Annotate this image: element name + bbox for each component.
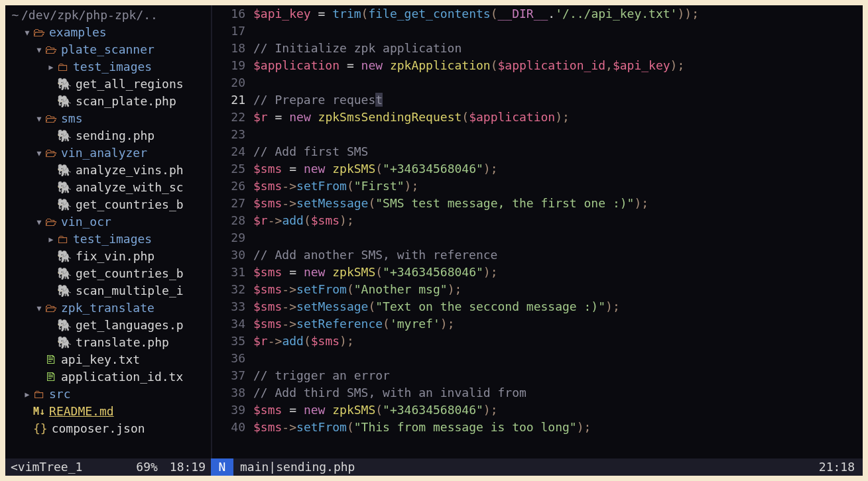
tree-row[interactable]: 🐘translate.php [5,334,211,351]
tree-row[interactable]: ▾🗁zpk_translate [5,299,211,317]
folder-open-icon: 🗁 [33,24,45,41]
folder-open-icon: 🗁 [45,110,57,127]
tree-item-label: application_id.tx [61,368,183,386]
editor-window: ~/dev/zpk/php-zpk/..▾🗁examples▾🗁plate_sc… [5,5,863,476]
folder-open-icon: 🗁 [45,144,57,162]
code-line[interactable]: 32$sms->setFrom("Another msg"); [214,281,863,298]
tree-row[interactable]: 🐘get_countries_b [5,196,211,213]
tree-row[interactable]: 🐘sending.php [5,127,211,144]
code-line[interactable]: 28$r->add($sms); [214,212,863,229]
line-number: 25 [214,160,253,178]
tree-row[interactable]: ▾🗁vin_analyzer [5,144,211,162]
code-content: $application = new zpkApplication($appli… [253,57,684,74]
folder-open-icon: 🗁 [45,213,57,231]
tree-row[interactable]: M↓README.md [5,403,211,420]
php-icon: 🐘 [57,317,72,334]
code-line[interactable]: 25$sms = new zpkSMS("+34634568046"); [214,160,863,178]
code-line[interactable]: 24// Add first SMS [214,143,863,160]
code-line[interactable]: 22$r = new zpkSmsSendingRequest($applica… [214,109,863,126]
tree-row[interactable]: 🐘analyze_with_sc [5,179,211,196]
code-line[interactable]: 31$sms = new zpkSMS("+34634568046"); [214,264,863,281]
folder-open-icon: 🗁 [45,299,57,317]
code-line[interactable]: 21// Prepare request [214,91,863,109]
code-content: $sms->setMessage("SMS test message, the … [253,195,649,212]
code-line[interactable]: 17 [214,23,863,40]
vim-mode-badge: N [211,458,233,476]
text-file-icon: 🖹 [45,368,57,386]
code-line[interactable]: 34$sms->setReference('myref'); [214,315,863,333]
tree-row[interactable]: {}composer.json [5,420,211,437]
tree-item-label: sending.php [76,127,155,144]
tree-item-label: vin_ocr [61,213,111,231]
tree-arrow: ▾ [33,144,45,162]
line-number: 30 [214,246,253,264]
line-number: 21 [214,91,253,109]
code-line[interactable]: 23 [214,126,863,143]
code-editor[interactable]: 16$api_key = trim(file_get_contents(__DI… [214,5,863,458]
php-icon: 🐘 [57,76,72,93]
tree-row[interactable]: 🐘scan_multiple_i [5,282,211,299]
tree-row[interactable]: ▸🗀test_images [5,231,211,248]
code-content: $sms = new zpkSMS("+34634568046"); [253,160,498,178]
line-number: 16 [214,5,253,23]
php-icon: 🐘 [57,282,72,299]
split-panes: ~/dev/zpk/php-zpk/..▾🗁examples▾🗁plate_sc… [5,5,863,458]
tree-row[interactable]: 🐘analyze_vins.ph [5,162,211,179]
code-content: $sms = new zpkSMS("+34634568046"); [253,264,498,281]
tree-item-label: sms [61,110,83,127]
tree-row[interactable]: 🖹application_id.tx [5,368,211,386]
code-content: $r = new zpkSmsSendingRequest($applicati… [253,109,570,126]
folder-closed-icon: 🗀 [33,386,45,403]
tree-row[interactable]: 🐘scan_plate.php [5,93,211,110]
tree-arrow: ▾ [33,41,45,58]
file-tree[interactable]: ~/dev/zpk/php-zpk/..▾🗁examples▾🗁plate_sc… [5,5,211,458]
tree-item-label: test_images [73,231,152,248]
code-line[interactable]: 27$sms->setMessage("SMS test message, th… [214,195,863,212]
tree-item-label: src [49,386,71,403]
tree-root[interactable]: ~/dev/zpk/php-zpk/.. [5,7,211,24]
line-number: 29 [214,229,253,246]
code-line[interactable]: 30// Add another SMS, with reference [214,246,863,264]
code-line[interactable]: 37// trigger an error [214,367,863,384]
tree-arrow: ▾ [33,110,45,127]
code-line[interactable]: 20 [214,74,863,91]
code-content: $sms->setReference('myref'); [253,315,454,333]
line-number: 23 [214,126,253,143]
code-content: $r->add($sms); [253,333,354,350]
tree-row[interactable]: 🐘get_languages.p [5,317,211,334]
line-number: 19 [214,57,253,74]
tree-row[interactable]: ▾🗁sms [5,110,211,127]
tree-row[interactable]: ▾🗁vin_ocr [5,213,211,231]
code-line[interactable]: 39$sms = new zpkSMS("+34634568046"); [214,401,863,419]
code-content: $sms->setFrom("First"); [253,178,418,195]
code-line[interactable]: 19$application = new zpkApplication($app… [214,57,863,74]
tree-row[interactable]: 🐘get_countries_b [5,265,211,282]
code-line[interactable]: 18// Initialize zpk application [214,40,863,57]
php-icon: 🐘 [57,179,72,196]
tree-item-label: analyze_with_sc [76,179,184,196]
code-line[interactable]: 26$sms->setFrom("First"); [214,178,863,195]
code-line[interactable]: 38// Add third SMS, with an invalid from [214,384,863,401]
tree-arrow: ▾ [33,299,45,317]
code-line[interactable]: 16$api_key = trim(file_get_contents(__DI… [214,5,863,23]
tree-item-label: api_key.txt [61,351,140,368]
code-line[interactable]: 40$sms->setFrom("This from message is to… [214,419,863,436]
tree-item-label: scan_plate.php [76,93,176,110]
tree-row[interactable]: 🖹api_key.txt [5,351,211,368]
tree-row[interactable]: ▸🗀test_images [5,58,211,76]
tree-row[interactable]: 🐘fix_vin.php [5,248,211,265]
line-number: 38 [214,384,253,401]
tree-row[interactable]: ▾🗁plate_scanner [5,41,211,58]
tree-item-label: get_all_regions [76,76,184,93]
tree-cursor-pos: 18:19 [170,458,206,476]
tree-item-label: test_images [73,58,152,76]
code-line[interactable]: 33$sms->setMessage("Text on the seccond … [214,298,863,315]
tree-arrow: ▸ [21,386,33,403]
code-line[interactable]: 35$r->add($sms); [214,333,863,350]
code-line[interactable]: 36 [214,350,863,367]
tree-row[interactable]: ▸🗀src [5,386,211,403]
tree-row[interactable]: 🐘get_all_regions [5,76,211,93]
code-line[interactable]: 29 [214,229,863,246]
tree-row[interactable]: ▾🗁examples [5,24,211,41]
line-number: 22 [214,109,253,126]
